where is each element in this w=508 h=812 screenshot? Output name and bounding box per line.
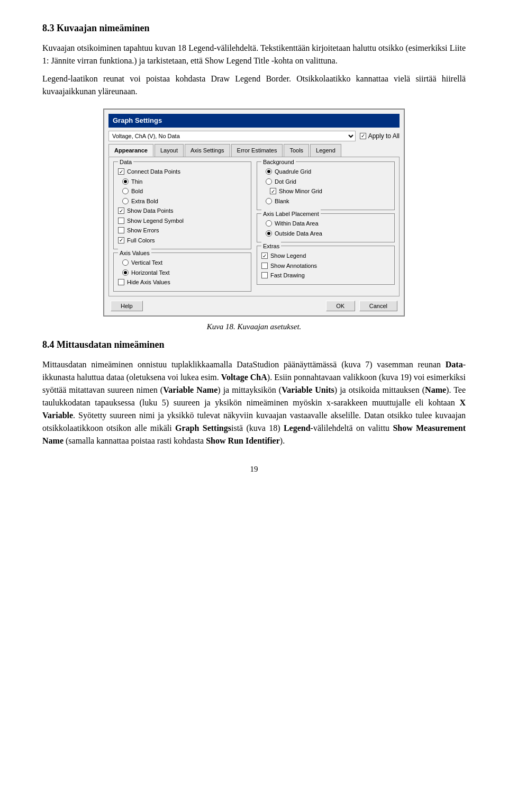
within-data-area-row: Within Data Area <box>266 219 390 228</box>
show-minor-grid-checkbox[interactable] <box>270 188 276 194</box>
section-83-para-2: Legend-laatikon reunat voi poistaa kohda… <box>42 73 466 98</box>
bold-row: Bold <box>122 187 247 196</box>
thin-label: Thin <box>131 177 142 186</box>
outside-data-area-row: Outside Data Area <box>266 229 390 238</box>
section-83-para-1: Kuvaajan otsikoiminen tapahtuu kuvan 18 … <box>42 42 466 67</box>
bold-label: Bold <box>131 187 143 196</box>
show-data-points-row: Show Data Points <box>118 206 247 215</box>
full-colors-label: Full Colors <box>127 236 155 245</box>
right-column: Background Quadrule Grid Dot Grid <box>257 161 395 292</box>
section-83-heading: 8.3 Kuvaajan nimeäminen <box>42 21 466 35</box>
show-errors-label: Show Errors <box>127 226 159 235</box>
connect-data-points-checkbox[interactable] <box>118 168 124 175</box>
columns: Data Connect Data Points Thin <box>113 161 395 292</box>
vertical-text-label: Vertical Text <box>131 258 162 267</box>
tab-content: Data Connect Data Points Thin <box>108 157 400 296</box>
apply-to-all-checkbox[interactable] <box>360 133 366 139</box>
fast-drawing-row: Fast Drawing <box>261 271 390 280</box>
vertical-text-radio[interactable] <box>122 259 129 266</box>
tab-axis-settings[interactable]: Axis Settings <box>185 144 230 157</box>
connect-data-points-row: Connect Data Points <box>118 167 247 176</box>
blank-row: Blank <box>266 197 390 206</box>
hide-axis-values-row: Hide Axis Values <box>118 278 247 287</box>
show-annotations-checkbox[interactable] <box>261 263 268 269</box>
show-legend-row: Show Legend <box>261 251 390 260</box>
extra-bold-label: Extra Bold <box>131 197 158 206</box>
axis-label-group: Axis Label Placement Within Data Area Ou… <box>257 213 395 242</box>
fast-drawing-checkbox[interactable] <box>261 272 268 278</box>
extras-group: Extras Show Legend Show Annotations <box>257 246 395 285</box>
bold-radio[interactable] <box>122 188 129 194</box>
quadrule-grid-label: Quadrule Grid <box>275 167 311 176</box>
dialog-top-row: Voltage, ChA (V), No Data Apply to All <box>108 131 400 141</box>
dot-grid-radio[interactable] <box>266 178 272 185</box>
show-legend-symbol-checkbox[interactable] <box>118 218 124 224</box>
show-annotations-row: Show Annotations <box>261 261 390 270</box>
fast-drawing-label: Fast Drawing <box>270 271 305 280</box>
apply-to-all-row: Apply to All <box>360 131 400 141</box>
graph-dropdown[interactable]: Voltage, ChA (V), No Data <box>108 131 356 141</box>
extras-title: Extras <box>261 242 281 251</box>
dot-grid-label: Dot Grid <box>275 177 296 186</box>
figure-caption: Kuva 18. Kuvaajan asetukset. <box>207 321 302 333</box>
axis-values-title: Axis Values <box>118 249 151 258</box>
graph-settings-dialog: Graph Settings Voltage, ChA (V), No Data… <box>103 109 405 317</box>
tabs-row: Appearance Layout Axis Settings Error Es… <box>108 144 400 157</box>
outside-data-area-label: Outside Data Area <box>275 229 322 238</box>
horizontal-text-row: Horizontal Text <box>122 268 247 277</box>
data-group: Data Connect Data Points Thin <box>113 161 251 249</box>
cancel-button[interactable]: Cancel <box>359 301 397 311</box>
axis-label-title: Axis Label Placement <box>261 210 321 219</box>
help-button[interactable]: Help <box>111 301 143 311</box>
section-84-para-1: Mittausdatan nimeäminen onnistuu tuplakl… <box>42 358 466 447</box>
show-minor-grid-label: Show Minor Grid <box>279 187 322 196</box>
quadrule-grid-row: Quadrule Grid <box>266 167 390 176</box>
tab-appearance[interactable]: Appearance <box>108 144 153 157</box>
extra-bold-row: Extra Bold <box>122 197 247 206</box>
show-legend-symbol-label: Show Legend Symbol <box>127 216 184 225</box>
dialog-buttons: Help OK Cancel <box>108 301 400 311</box>
figure-18: Graph Settings Voltage, ChA (V), No Data… <box>42 109 466 332</box>
show-errors-checkbox[interactable] <box>118 227 124 233</box>
tab-error-estimates[interactable]: Error Estimates <box>231 144 283 157</box>
connect-data-points-label: Connect Data Points <box>127 167 180 176</box>
full-colors-row: Full Colors <box>118 236 247 245</box>
show-data-points-checkbox[interactable] <box>118 207 124 214</box>
dialog-titlebar: Graph Settings <box>108 114 400 128</box>
within-data-area-radio[interactable] <box>266 220 272 227</box>
page-number: 19 <box>42 463 466 475</box>
within-data-area-label: Within Data Area <box>275 219 319 228</box>
show-legend-label: Show Legend <box>270 251 306 260</box>
show-minor-grid-row: Show Minor Grid <box>270 187 390 196</box>
horizontal-text-radio[interactable] <box>122 269 129 276</box>
hide-axis-values-label: Hide Axis Values <box>127 278 170 287</box>
section-84-heading: 8.4 Mittausdatan nimeäminen <box>42 338 466 352</box>
apply-to-all-label: Apply to All <box>368 131 400 141</box>
axis-values-group: Axis Values Vertical Text Horizontal Tex… <box>113 252 251 292</box>
tab-layout[interactable]: Layout <box>155 144 184 157</box>
thin-row: Thin <box>122 177 247 186</box>
horizontal-text-label: Horizontal Text <box>131 268 170 277</box>
outside-data-area-radio[interactable] <box>266 230 272 237</box>
show-data-points-label: Show Data Points <box>127 206 173 215</box>
tab-tools[interactable]: Tools <box>284 144 309 157</box>
tab-legend[interactable]: Legend <box>310 144 341 157</box>
full-colors-checkbox[interactable] <box>118 237 124 243</box>
left-column: Data Connect Data Points Thin <box>113 161 251 292</box>
vertical-text-row: Vertical Text <box>122 258 247 267</box>
background-group: Background Quadrule Grid Dot Grid <box>257 161 395 210</box>
show-annotations-label: Show Annotations <box>270 261 317 270</box>
blank-label: Blank <box>275 197 289 206</box>
show-legend-checkbox[interactable] <box>261 252 268 259</box>
hide-axis-values-checkbox[interactable] <box>118 279 124 285</box>
quadrule-grid-radio[interactable] <box>266 168 272 175</box>
show-legend-symbol-row: Show Legend Symbol <box>118 216 247 225</box>
blank-radio[interactable] <box>266 198 272 204</box>
dot-grid-row: Dot Grid <box>266 177 390 186</box>
data-group-title: Data <box>118 158 133 167</box>
background-title: Background <box>261 158 296 167</box>
ok-button[interactable]: OK <box>326 301 355 311</box>
show-errors-row: Show Errors <box>118 226 247 235</box>
thin-radio[interactable] <box>122 178 129 185</box>
extra-bold-radio[interactable] <box>122 198 129 204</box>
